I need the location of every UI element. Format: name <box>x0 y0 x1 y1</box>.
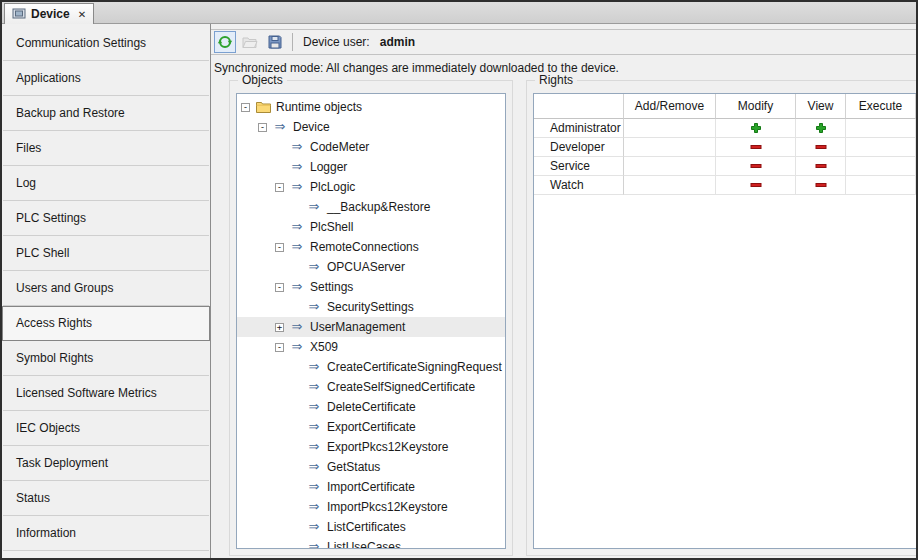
save-icon[interactable] <box>264 31 286 53</box>
tree-item-exportpkcs12keystore[interactable]: ⇒ExportPkcs12Keystore <box>237 437 505 457</box>
rights-cell-administrator-execute[interactable] <box>846 119 916 138</box>
rights-cell-developer-add-remove[interactable] <box>624 138 716 157</box>
sidebar-item-status[interactable]: Status <box>3 481 209 516</box>
object-arrow-icon: ⇒ <box>306 399 322 415</box>
object-arrow-icon: ⇒ <box>306 499 322 515</box>
device-user-value: admin <box>380 35 415 49</box>
tree-item-importpkcs12keystore[interactable]: ⇒ImportPkcs12Keystore <box>237 497 505 517</box>
rights-header-view: View <box>796 94 846 119</box>
toolbar: Device user: admin <box>211 29 916 55</box>
rights-cell-service-view[interactable] <box>796 157 846 176</box>
tree-item-x509[interactable]: -⇒X509 <box>237 337 505 357</box>
rights-cell-watch-execute[interactable] <box>846 176 916 195</box>
tree-item-logger[interactable]: ⇒Logger <box>237 157 505 177</box>
tree-item-label: ImportPkcs12Keystore <box>324 500 451 514</box>
rights-row-watch: Watch <box>534 176 624 195</box>
tree-item-getstatus[interactable]: ⇒GetStatus <box>237 457 505 477</box>
tree-item-deletecertificate[interactable]: ⇒DeleteCertificate <box>237 397 505 417</box>
sidebar-item-backup-and-restore[interactable]: Backup and Restore <box>3 96 209 131</box>
document-tabbar: Device ✕ <box>2 2 916 24</box>
objects-groupbox-label: Objects <box>238 73 287 87</box>
tree-item-securitysettings[interactable]: ⇒SecuritySettings <box>237 297 505 317</box>
toolbar-separator <box>292 33 293 51</box>
device-user-label: Device user: <box>303 35 370 49</box>
rights-cell-developer-view[interactable] <box>796 138 846 157</box>
tree-item-device[interactable]: -⇒Device <box>237 117 505 137</box>
deny-minus-icon <box>750 160 762 172</box>
sidebar-item-task-deployment[interactable]: Task Deployment <box>3 446 209 481</box>
sync-refresh-button[interactable] <box>214 31 236 53</box>
sidebar-item-information[interactable]: Information <box>3 516 209 551</box>
tree-item-label: RemoteConnections <box>307 240 422 254</box>
tab-close-icon[interactable]: ✕ <box>78 9 86 20</box>
rights-cell-service-execute[interactable] <box>846 157 916 176</box>
deny-minus-icon <box>750 179 762 191</box>
tree-item-label: PlcLogic <box>307 180 358 194</box>
device-icon <box>12 8 26 20</box>
tree-item-plclogic[interactable]: -⇒PlcLogic <box>237 177 505 197</box>
rights-cell-watch-add-remove[interactable] <box>624 176 716 195</box>
tree-item-codemeter[interactable]: ⇒CodeMeter <box>237 137 505 157</box>
collapse-toggle-icon[interactable]: - <box>241 103 250 112</box>
object-arrow-icon: ⇒ <box>289 219 305 235</box>
object-arrow-icon: ⇒ <box>306 519 322 535</box>
open-project-icon[interactable] <box>239 31 261 53</box>
object-arrow-icon: ⇒ <box>306 419 322 435</box>
tree-item-label: CreateCertificateSigningRequest <box>324 360 505 374</box>
tree-item-label: Logger <box>307 160 350 174</box>
object-arrow-icon: ⇒ <box>289 339 305 355</box>
rights-cell-administrator-add-remove[interactable] <box>624 119 716 138</box>
object-arrow-icon: ⇒ <box>306 299 322 315</box>
tree-item-listusecases[interactable]: ⇒ListUseCases <box>237 537 505 549</box>
object-arrow-icon: ⇒ <box>306 459 322 475</box>
rights-cell-watch-modify[interactable] <box>716 176 796 195</box>
sidebar-item-plc-shell[interactable]: PLC Shell <box>3 236 209 271</box>
sidebar-item-log[interactable]: Log <box>3 166 209 201</box>
sidebar-item-users-and-groups[interactable]: Users and Groups <box>3 271 209 306</box>
collapse-toggle-icon[interactable]: - <box>275 243 284 252</box>
rights-cell-administrator-modify[interactable] <box>716 119 796 138</box>
sidebar-item-access-rights[interactable]: Access Rights <box>2 306 210 341</box>
rights-cell-developer-modify[interactable] <box>716 138 796 157</box>
collapse-toggle-icon[interactable]: - <box>275 183 284 192</box>
sidebar-item-iec-objects[interactable]: IEC Objects <box>3 411 209 446</box>
main-panel: Device user: admin Synchronized mode: Al… <box>211 24 916 558</box>
sidebar-item-symbol-rights[interactable]: Symbol Rights <box>3 341 209 376</box>
folder-icon <box>255 101 271 113</box>
object-arrow-icon: ⇒ <box>306 259 322 275</box>
sidebar-item-licensed-software-metrics[interactable]: Licensed Software Metrics <box>3 376 209 411</box>
sidebar-item-plc-settings[interactable]: PLC Settings <box>3 201 209 236</box>
tree-item-importcertificate[interactable]: ⇒ImportCertificate <box>237 477 505 497</box>
sidebar-item-communication-settings[interactable]: Communication Settings <box>3 26 209 61</box>
rights-cell-service-add-remove[interactable] <box>624 157 716 176</box>
tree-item-remoteconnections[interactable]: -⇒RemoteConnections <box>237 237 505 257</box>
tab-device[interactable]: Device ✕ <box>4 3 94 24</box>
rights-cell-developer-execute[interactable] <box>846 138 916 157</box>
tree-item-opcuaserver[interactable]: ⇒OPCUAServer <box>237 257 505 277</box>
rights-header-modify: Modify <box>716 94 796 119</box>
tree-item-label: CodeMeter <box>307 140 372 154</box>
object-arrow-icon: ⇒ <box>289 179 305 195</box>
tree-item-createcertificatesigningrequest[interactable]: ⇒CreateCertificateSigningRequest <box>237 357 505 377</box>
tree-item-usermanagement[interactable]: +⇒UserManagement <box>237 317 505 337</box>
tree-item-createselfsignedcertificate[interactable]: ⇒CreateSelfSignedCertificate <box>237 377 505 397</box>
collapse-toggle-icon[interactable]: - <box>275 343 284 352</box>
rights-cell-watch-view[interactable] <box>796 176 846 195</box>
tree-item-plcshell[interactable]: ⇒PlcShell <box>237 217 505 237</box>
tree-item-listcertificates[interactable]: ⇒ListCertificates <box>237 517 505 537</box>
expand-toggle-icon[interactable]: + <box>275 323 284 332</box>
tree-item-label: ExportPkcs12Keystore <box>324 440 451 454</box>
tree-item-backup-restore[interactable]: ⇒__Backup&Restore <box>237 197 505 217</box>
collapse-toggle-icon[interactable]: - <box>275 283 284 292</box>
object-arrow-icon: ⇒ <box>306 539 322 549</box>
collapse-toggle-icon[interactable]: - <box>258 123 267 132</box>
sidebar-item-files[interactable]: Files <box>3 131 209 166</box>
rights-cell-service-modify[interactable] <box>716 157 796 176</box>
object-arrow-icon: ⇒ <box>306 439 322 455</box>
tree-item-exportcertificate[interactable]: ⇒ExportCertificate <box>237 417 505 437</box>
tree-item-runtime-objects[interactable]: -Runtime objects <box>237 97 505 117</box>
rights-cell-administrator-view[interactable] <box>796 119 846 138</box>
tree-item-settings[interactable]: -⇒Settings <box>237 277 505 297</box>
sidebar-item-applications[interactable]: Applications <box>3 61 209 96</box>
tree-item-label: GetStatus <box>324 460 383 474</box>
